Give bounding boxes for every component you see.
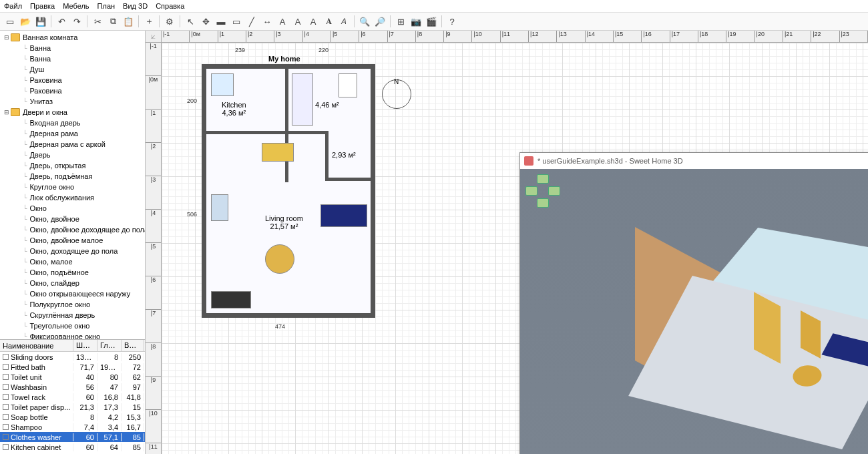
furn-toilet[interactable]	[339, 73, 357, 97]
furn-window[interactable]	[211, 73, 234, 96]
catalog-item[interactable]: └Дверь	[0, 150, 145, 160]
catalog-item[interactable]: └Дверная рама с аркой	[0, 139, 145, 150]
visibility-checkbox[interactable]	[3, 434, 9, 440]
toolbar-zoom-in-icon[interactable]: 🔎	[373, 14, 387, 29]
nav-right[interactable]	[548, 186, 560, 196]
toolbar-italic-a-icon[interactable]: 𝘈	[337, 14, 351, 29]
toolbar-select-icon[interactable]: ↖	[183, 14, 198, 29]
toolbar-cut-icon[interactable]: ✂	[90, 14, 105, 29]
catalog-item[interactable]: └Полукруглое окно	[0, 299, 145, 310]
toolbar-text-a3-icon[interactable]: A	[306, 14, 320, 29]
toolbar-snap-icon[interactable]: ⊞	[393, 14, 408, 29]
furn-wardrobe[interactable]	[262, 143, 294, 162]
table-row[interactable]: Fitted bath71,7198,472	[0, 362, 145, 372]
toolbar-text-a2-icon[interactable]: A	[290, 14, 305, 29]
catalog-item[interactable]: └Окно	[0, 203, 145, 214]
toolbar-room-icon[interactable]: ▭	[229, 14, 244, 29]
visibility-checkbox[interactable]	[3, 354, 9, 360]
table-row[interactable]: Washbasin564797	[0, 382, 145, 392]
toolbar-redo-icon[interactable]: ↷	[69, 14, 84, 29]
catalog-item[interactable]: └Окно, малое	[0, 256, 145, 267]
toolbar-add-icon[interactable]: ＋	[142, 14, 156, 29]
table-row[interactable]: Sliding doors136,28250	[0, 352, 145, 362]
visibility-checkbox[interactable]	[3, 414, 9, 420]
toolbar-save-icon[interactable]: 💾	[33, 14, 48, 29]
visibility-checkbox[interactable]	[3, 394, 9, 400]
catalog-item[interactable]: └Входная дверь	[0, 118, 145, 128]
floor-plan[interactable]: My home Kitchen4,36 м² 4,46 м² 2,93 м² L…	[202, 64, 375, 318]
table-row[interactable]: Towel rack6016,841,8	[0, 392, 145, 402]
toolbar-line-icon[interactable]: ╱	[244, 14, 259, 29]
col-depth[interactable]: Глуб...	[97, 340, 122, 351]
toolbar-pan-icon[interactable]: ✥	[198, 14, 213, 29]
menu-furniture[interactable]: Мебель	[63, 2, 89, 10]
furn-bath[interactable]	[292, 73, 313, 126]
catalog-item[interactable]: └Окно, доходящее до пола	[0, 246, 145, 256]
catalog-item[interactable]: └Треугольное окно	[0, 320, 145, 331]
toolbar-dim-icon[interactable]: ↔	[260, 14, 274, 29]
catalog-item[interactable]: └Фиксированное окно	[0, 331, 145, 339]
toolbar-help-icon[interactable]: ?	[445, 14, 459, 29]
toolbar-new-icon[interactable]: ▭	[3, 14, 17, 29]
furn-sofa[interactable]	[320, 204, 367, 227]
toolbar-zoom-out-icon[interactable]: 🔍	[357, 14, 372, 29]
catalog-item[interactable]: └Круглое окно	[0, 182, 145, 192]
visibility-checkbox[interactable]	[3, 444, 9, 450]
expand-icon[interactable]: ⊟	[3, 34, 11, 41]
view-3d-canvas[interactable]	[520, 169, 868, 454]
visibility-checkbox[interactable]	[3, 424, 9, 430]
toolbar-text-a-icon[interactable]: A	[275, 14, 290, 29]
nav-down[interactable]	[537, 198, 549, 208]
menu-3d[interactable]: Вид 3D	[123, 2, 148, 10]
table-row[interactable]: Clothes washer6057,185	[0, 432, 145, 442]
catalog-item[interactable]: └Раковина	[0, 75, 145, 85]
visibility-checkbox[interactable]	[3, 364, 9, 370]
catalog-item[interactable]: └Дверь, подъёмная	[0, 171, 145, 182]
table-row[interactable]: Toilet unit408062	[0, 372, 145, 382]
col-name[interactable]: Наименование	[0, 340, 73, 351]
catalog-item[interactable]: └Дверная рама	[0, 128, 145, 139]
catalog-item[interactable]: └Дверь, открытая	[0, 160, 145, 171]
catalog-item[interactable]: └Ванна	[0, 53, 145, 64]
catalog-item[interactable]: └Люк обслуживания	[0, 192, 145, 203]
window-titlebar[interactable]: * userGuideExample.sh3d - Sweet Home 3D …	[520, 153, 868, 169]
catalog-item[interactable]: └Ванна	[0, 43, 145, 53]
catalog-item[interactable]: └Скруглённая дверь	[0, 310, 145, 320]
visibility-checkbox[interactable]	[3, 384, 9, 390]
expand-icon[interactable]: ⊟	[3, 109, 11, 116]
nav-left[interactable]	[525, 186, 537, 196]
furn-tv[interactable]	[211, 291, 251, 308]
toolbar-video-icon[interactable]: 🎬	[424, 14, 439, 29]
table-row[interactable]: Shampoo7,43,416,7	[0, 422, 145, 432]
catalog-item[interactable]: └Душ	[0, 64, 145, 75]
plan-view[interactable]: ⟀ |-1|0м|1|2|3|4|5|6|7|8|9|10|11|12|13|1…	[146, 31, 868, 454]
catalog-item[interactable]: └Окно, подъёмное	[0, 267, 145, 278]
catalog-item[interactable]: └Окно открывающееся наружу	[0, 288, 145, 299]
toolbar-undo-icon[interactable]: ↶	[54, 14, 69, 29]
catalog-item[interactable]: └Окно, двойное малое	[0, 235, 145, 246]
window-3d-view[interactable]: * userGuideExample.sh3d - Sweet Home 3D …	[519, 152, 868, 454]
catalog-category[interactable]: ⊟Ванная комната	[0, 32, 145, 43]
catalog-item[interactable]: └Окно, двойное	[0, 214, 145, 224]
nav-up[interactable]	[537, 174, 549, 184]
nav-widget[interactable]	[525, 174, 560, 209]
catalog-category[interactable]: ⊟Двери и окна	[0, 107, 145, 118]
catalog-item[interactable]: └Окно, слайдер	[0, 278, 145, 288]
table-row[interactable]: Toilet paper disp...21,317,315	[0, 402, 145, 412]
toolbar-open-icon[interactable]: 📂	[18, 14, 33, 29]
toolbar-copy-icon[interactable]: ⧉	[105, 14, 120, 29]
menu-help[interactable]: Справка	[156, 2, 184, 10]
catalog-item[interactable]: └Окно, двойное доходящее до пола	[0, 224, 145, 235]
toolbar-pref-icon[interactable]: ⚙	[162, 14, 177, 29]
menu-edit[interactable]: Правка	[30, 2, 55, 10]
furniture-list-table[interactable]: Наименование Шир... Глуб... Выс... Slidi…	[0, 339, 145, 454]
menu-plan[interactable]: План	[97, 2, 116, 10]
visibility-checkbox[interactable]	[3, 404, 9, 410]
col-width[interactable]: Шир...	[73, 340, 97, 351]
toolbar-wall-icon[interactable]: ▬	[214, 14, 228, 29]
table-row[interactable]: Soap bottle84,215,3	[0, 412, 145, 422]
compass[interactable]: N	[382, 79, 414, 111]
furn-table[interactable]	[265, 244, 294, 274]
catalog-item[interactable]: └Раковина	[0, 85, 145, 96]
furniture-catalog-tree[interactable]: ⊟Ванная комната└Ванна└Ванна└Душ└Раковина…	[0, 31, 145, 339]
